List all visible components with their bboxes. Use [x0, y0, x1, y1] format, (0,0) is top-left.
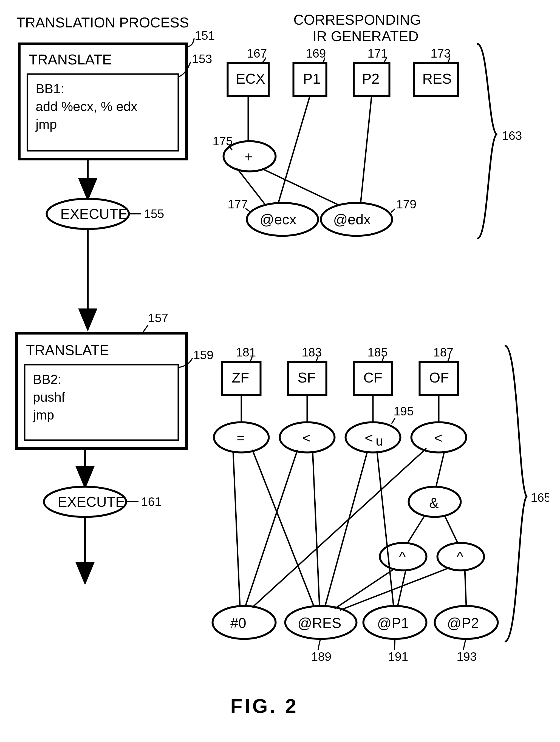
translate-1-bb: BB1: [36, 82, 64, 96]
ref-165: 165 [531, 491, 549, 504]
svg-line-15 [262, 169, 340, 206]
svg-text:P2: P2 [362, 71, 379, 87]
svg-text:OF: OF [429, 370, 449, 385]
ref-191: 191 [388, 650, 408, 663]
ref-183: 183 [302, 346, 322, 359]
svg-text:CF: CF [363, 370, 382, 385]
svg-text:ECX: ECX [236, 71, 265, 87]
ref-151: 151 [195, 29, 215, 42]
svg-line-43 [377, 452, 394, 606]
svg-text:@ecx: @ecx [260, 211, 297, 227]
svg-text:@RES: @RES [298, 615, 342, 631]
svg-text:ZF: ZF [232, 370, 249, 385]
ref-173: 173 [430, 47, 451, 60]
heading-left: TRANSLATION PROCESS [16, 14, 189, 31]
svg-text:+: + [245, 149, 253, 165]
ref-189: 189 [311, 650, 331, 663]
svg-line-45 [436, 452, 444, 487]
svg-text:=: = [237, 430, 245, 446]
svg-line-50 [340, 568, 450, 610]
svg-line-17 [361, 96, 371, 203]
svg-text:^: ^ [457, 549, 463, 565]
svg-line-16 [278, 96, 310, 203]
translate-1-title: TRANSLATE [29, 52, 112, 67]
svg-text:<: < [434, 430, 442, 446]
svg-line-48 [335, 569, 395, 609]
ref-157: 157 [148, 311, 168, 325]
svg-text:@P2: @P2 [447, 615, 479, 631]
ref-177: 177 [227, 198, 248, 211]
ref-193: 193 [457, 650, 477, 663]
heading-right-2: IR GENERATED [313, 28, 418, 44]
translate-1-line1: add %ecx, % edx [36, 99, 137, 114]
svg-line-39 [252, 450, 314, 606]
ref-187: 187 [433, 346, 453, 359]
svg-text:SF: SF [298, 370, 316, 385]
figure-caption: FIG. 2 [231, 695, 298, 717]
ref-167: 167 [247, 47, 267, 60]
svg-line-46 [407, 515, 425, 543]
ref-185: 185 [367, 346, 388, 359]
svg-text:&: & [429, 495, 439, 511]
svg-text:u: u [376, 434, 383, 448]
ref-161: 161 [141, 495, 161, 509]
ref-163: 163 [502, 129, 522, 142]
ref-155: 155 [144, 207, 164, 220]
svg-line-42 [325, 451, 367, 606]
svg-line-47 [444, 515, 458, 543]
translate-1-line2: jmp [35, 117, 57, 131]
svg-text:@edx: @edx [333, 211, 371, 227]
svg-text:P1: P1 [303, 71, 320, 87]
translate-2-line1: pushf [33, 390, 65, 405]
svg-text:<: < [303, 430, 311, 446]
translate-2-title: TRANSLATE [26, 342, 109, 358]
svg-text:RES: RES [422, 71, 452, 87]
ref-171: 171 [367, 47, 388, 60]
svg-line-41 [313, 451, 319, 606]
svg-line-44 [252, 448, 426, 607]
ref-179: 179 [396, 198, 416, 211]
translate-2-bb: BB2: [33, 372, 61, 387]
ref-153: 153 [192, 52, 212, 65]
execute-1-label: EXECUTE [60, 206, 128, 222]
ref-181: 181 [236, 346, 256, 359]
ref-169: 169 [306, 47, 326, 60]
svg-text:#0: #0 [231, 615, 246, 631]
svg-text:@P1: @P1 [377, 615, 409, 631]
translate-2-line2: jmp [32, 408, 54, 422]
ref-195: 195 [394, 405, 414, 418]
execute-2-label: EXECUTE [58, 494, 125, 510]
ref-159: 159 [193, 348, 213, 362]
figure-2-diagram: TRANSLATION PROCESS CORRESPONDING IR GEN… [11, 11, 549, 731]
svg-line-40 [246, 450, 298, 606]
svg-line-38 [233, 451, 240, 606]
heading-right-1: CORRESPONDING [294, 12, 421, 28]
svg-text:<: < [365, 430, 373, 446]
svg-line-51 [465, 570, 466, 606]
svg-text:^: ^ [399, 549, 406, 565]
